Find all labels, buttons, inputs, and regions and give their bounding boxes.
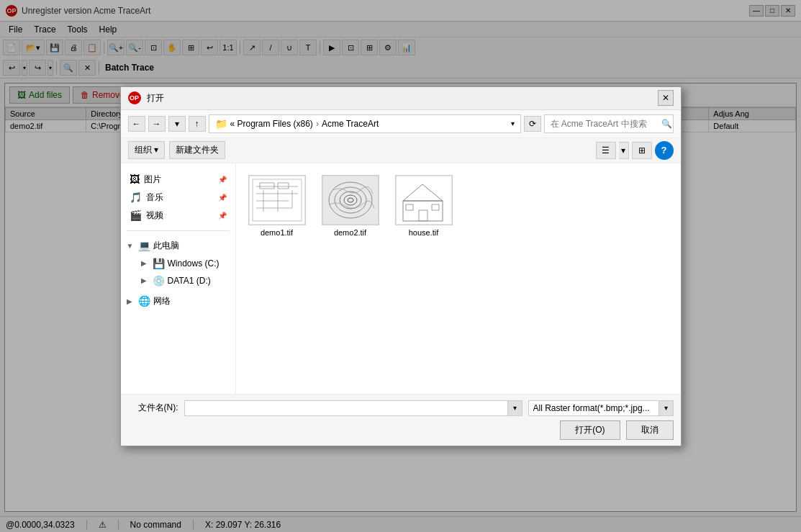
file-open-dialog: OP 打开 ✕ ← → ▾ ↑ 📁 « Program Files (x86) … bbox=[120, 86, 682, 446]
format-dropdown-btn[interactable]: ▾ bbox=[659, 401, 673, 415]
sidebar-item-pictures[interactable]: 🖼 图片 📌 bbox=[121, 171, 235, 189]
breadcrumb: 📁 « Program Files (x86) › Acme TraceArt … bbox=[209, 114, 521, 133]
file-name-demo2: demo2.tif bbox=[334, 228, 366, 237]
sidebar-this-pc[interactable]: ▼ 💻 此电脑 bbox=[121, 237, 235, 255]
dialog-close-button[interactable]: ✕ bbox=[658, 90, 674, 106]
sidebar-pinned-section: 🖼 图片 📌 🎵 音乐 📌 🎬 视频 📌 bbox=[121, 168, 235, 227]
bc-separator: › bbox=[316, 119, 319, 129]
dialog-sidebar: 🖼 图片 📌 🎵 音乐 📌 🎬 视频 📌 bbox=[121, 163, 236, 394]
data1-d-toggle[interactable]: ▶ bbox=[141, 276, 150, 284]
bc-part2: Acme TraceArt bbox=[322, 119, 379, 129]
format-select-wrap: ▾ bbox=[528, 400, 674, 416]
dialog-app-icon: OP bbox=[128, 91, 141, 104]
windows-c-label: Windows (C:) bbox=[168, 258, 220, 269]
videos-icon: 🎬 bbox=[130, 209, 142, 221]
file-item-demo1[interactable]: demo1.tif bbox=[245, 172, 309, 240]
sidebar-network[interactable]: ▶ 🌐 网络 bbox=[121, 292, 235, 310]
nav-refresh-button[interactable]: ⟳ bbox=[524, 116, 541, 132]
view-dropdown-button[interactable]: ▾ bbox=[619, 142, 629, 159]
network-label: 网络 bbox=[153, 295, 171, 307]
file-thumb-demo2 bbox=[322, 175, 379, 225]
organize-button[interactable]: 组织 ▾ bbox=[128, 141, 165, 159]
file-thumb-house bbox=[395, 175, 453, 225]
windows-c-toggle[interactable]: ▶ bbox=[141, 259, 150, 267]
dialog-toolbar: 组织 ▾ 新建文件夹 ☰ ▾ ⊞ ? bbox=[121, 138, 681, 163]
dialog-titlebar: OP 打开 ✕ bbox=[121, 87, 681, 110]
dialog-content: 🖼 图片 📌 🎵 音乐 📌 🎬 视频 📌 bbox=[121, 163, 681, 394]
file-thumb-demo1 bbox=[248, 175, 306, 225]
dialog-title-text: 打开 bbox=[147, 92, 164, 104]
sidebar-item-music[interactable]: 🎵 音乐 📌 bbox=[121, 189, 235, 207]
view-icon-button[interactable]: ☰ bbox=[596, 142, 616, 159]
search-box[interactable]: 🔍 bbox=[544, 114, 674, 133]
blueprint-svg bbox=[249, 176, 305, 225]
network-icon: 🌐 bbox=[138, 295, 150, 307]
file-item-house[interactable]: house.tif bbox=[392, 172, 456, 240]
nav-forward-button[interactable]: → bbox=[148, 116, 166, 132]
pin-icon-videos: 📌 bbox=[218, 212, 227, 220]
file-grid: demo1.tif bbox=[236, 163, 681, 394]
music-icon: 🎵 bbox=[130, 191, 142, 203]
bc-dropdown-arrow[interactable]: ▾ bbox=[511, 120, 515, 127]
sidebar-tree-section: ▼ 💻 此电脑 ▶ 💾 Windows (C:) ▶ 💿 DATA1 (D:) bbox=[121, 234, 235, 292]
house-svg bbox=[396, 176, 452, 225]
svg-rect-0 bbox=[249, 176, 305, 225]
tile-view-button[interactable]: ⊞ bbox=[632, 142, 652, 159]
sidebar-divider bbox=[127, 230, 230, 231]
this-pc-icon: 💻 bbox=[138, 240, 150, 251]
open-button[interactable]: 打开(O) bbox=[560, 420, 620, 440]
dialog-overlay: OP 打开 ✕ ← → ▾ ↑ 📁 « Program Files (x86) … bbox=[0, 0, 801, 532]
nav-dropdown-button[interactable]: ▾ bbox=[168, 116, 186, 132]
sidebar-data1-d[interactable]: ▶ 💿 DATA1 (D:) bbox=[121, 272, 235, 289]
search-input[interactable] bbox=[551, 119, 659, 129]
footer-buttons: 打开(O) 取消 bbox=[128, 420, 674, 440]
file-name-house: house.tif bbox=[409, 228, 439, 237]
filename-input-wrap: ▾ bbox=[184, 400, 522, 416]
dialog-footer: 文件名(N): ▾ ▾ 打开(O) 取消 bbox=[121, 394, 681, 446]
network-toggle[interactable]: ▶ bbox=[127, 297, 135, 305]
topo-svg bbox=[322, 176, 379, 225]
data1-d-label: DATA1 (D:) bbox=[168, 276, 211, 286]
new-folder-button[interactable]: 新建文件夹 bbox=[169, 141, 225, 159]
pin-icon-pictures: 📌 bbox=[218, 176, 227, 184]
dialog-nav: ← → ▾ ↑ 📁 « Program Files (x86) › Acme T… bbox=[121, 110, 681, 138]
file-item-demo2[interactable]: demo2.tif bbox=[318, 172, 383, 240]
svg-rect-11 bbox=[322, 176, 379, 225]
pictures-icon: 🖼 bbox=[130, 173, 140, 185]
cancel-button[interactable]: 取消 bbox=[626, 420, 674, 440]
sidebar-windows-c[interactable]: ▶ 💾 Windows (C:) bbox=[121, 255, 235, 272]
data1-d-icon: 💿 bbox=[153, 275, 165, 287]
dialog-title-left: OP 打开 bbox=[128, 91, 164, 104]
file-name-demo1: demo1.tif bbox=[261, 228, 293, 237]
filename-label: 文件名(N): bbox=[128, 402, 178, 414]
folder-icon: 📁 bbox=[215, 118, 227, 130]
filename-row: 文件名(N): ▾ ▾ bbox=[128, 400, 674, 416]
filename-dropdown-btn[interactable]: ▾ bbox=[507, 401, 522, 415]
nav-back-button[interactable]: ← bbox=[128, 116, 145, 132]
windows-c-icon: 💾 bbox=[153, 258, 165, 269]
this-pc-label: 此电脑 bbox=[153, 240, 179, 252]
format-select[interactable] bbox=[529, 401, 659, 415]
nav-up-button[interactable]: ↑ bbox=[189, 116, 206, 132]
pin-icon-music: 📌 bbox=[218, 194, 227, 202]
this-pc-toggle[interactable]: ▼ bbox=[127, 242, 135, 250]
bc-part1: « Program Files (x86) bbox=[230, 119, 313, 129]
search-icon: 🔍 bbox=[661, 119, 672, 129]
view-btn-group: ☰ ▾ ⊞ ? bbox=[596, 141, 674, 160]
help-button[interactable]: ? bbox=[655, 141, 674, 160]
filename-input[interactable] bbox=[185, 401, 507, 415]
sidebar-item-videos[interactable]: 🎬 视频 📌 bbox=[121, 207, 235, 225]
